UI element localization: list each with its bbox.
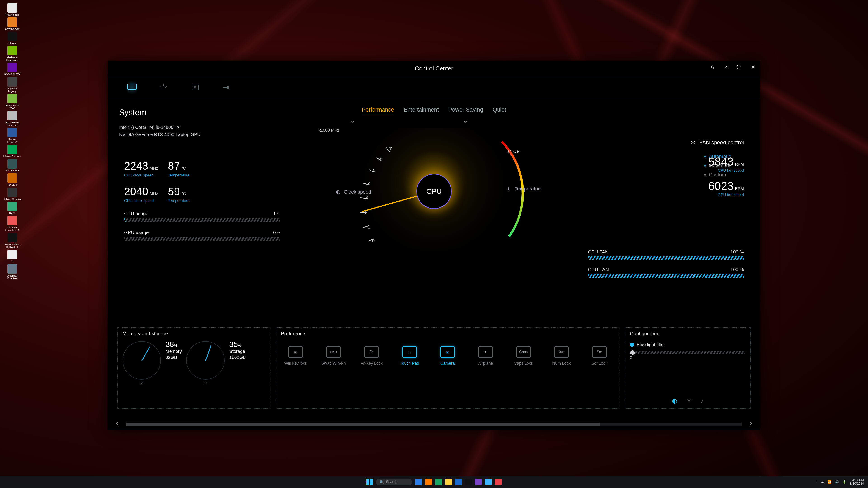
preference-panel: Preference ⊞Win key lockFn⇄Swap Win-FnFn… <box>276 327 619 409</box>
control-center-window: Control Center ⎙ ⤢ ⛶ ✕ F System Intel(R)… <box>108 61 760 430</box>
taskbar-app[interactable] <box>475 479 482 485</box>
pref-scr-lock[interactable]: ScrScr Lock <box>585 346 614 366</box>
taskbar-search[interactable]: 🔍Search <box>376 479 412 485</box>
nav-peripherals-icon[interactable] <box>219 81 235 94</box>
desktop-icon[interactable]: Senua's Saga: Hellblade II <box>3 233 21 249</box>
gpu-usage-row: GPU usage0% <box>124 230 280 240</box>
desktop-icon[interactable]: Far Cry 6 <box>3 173 21 186</box>
wifi-icon[interactable]: 📶 <box>828 480 831 484</box>
system-info: System Intel(R) Core(TM) i9-14900HX NVID… <box>119 108 200 138</box>
gauge-center-label: CPU <box>416 174 452 209</box>
export-icon[interactable]: ⎙ <box>707 62 717 72</box>
pref-airplane[interactable]: ✈Airplane <box>471 346 500 366</box>
mode-tab-performance[interactable]: Performance <box>362 106 394 114</box>
pref-num-lock[interactable]: NumNum Lock <box>547 346 576 366</box>
mode-tab-quiet[interactable]: Quiet <box>493 106 506 114</box>
cloud-icon[interactable]: ☁ <box>821 480 824 484</box>
pref-camera[interactable]: ◉Camera <box>433 346 462 366</box>
scroll-right-arrow[interactable]: › <box>749 419 752 428</box>
taskbar-app[interactable] <box>455 479 462 485</box>
start-button[interactable] <box>366 479 373 485</box>
taskbar-app[interactable] <box>495 479 502 485</box>
cpu-name: Intel(R) Core(TM) i9-14900HX <box>119 124 200 131</box>
fan-usage: CPU FAN100 % GPU FAN100 % <box>588 249 744 278</box>
desktop-icon[interactable]: Steam <box>3 32 21 44</box>
desktop-icon[interactable]: Titanfall™ 2 <box>3 159 21 172</box>
storage-dial: 100 <box>186 341 225 380</box>
search-icon: 🔍 <box>379 480 384 484</box>
desktop-icon[interactable]: Hogwarts Legacy <box>3 77 21 93</box>
nav-lighting-icon[interactable] <box>156 81 172 94</box>
taskbar-app[interactable] <box>415 479 422 485</box>
scroll-left-arrow[interactable]: ‹ <box>116 419 119 428</box>
system-heading: System <box>119 108 200 117</box>
memory-storage-panel: Memory and storage 100 38% Memory 32GB 1… <box>117 327 270 409</box>
chevron-down-icon[interactable]: ︾ <box>350 120 355 126</box>
pref-touch-pad[interactable]: ▭Touch Pad <box>395 346 424 366</box>
desktop-icon[interactable]: Cities: Skylines <box>3 188 21 200</box>
desktop-icon[interactable]: Ubisoft Connect <box>3 145 21 158</box>
cpu-gauge: CPU 0 1 2 3 4 5 6 7 x1000 MHz ◐Clock spe… <box>319 128 549 273</box>
blue-light-radio[interactable] <box>630 343 634 347</box>
mode-tab-entertainment[interactable]: Entertainment <box>404 106 439 114</box>
nav-tabs: F <box>108 76 760 99</box>
fan-panel: ✲FAN speed control «Automatic«Maximum«Cu… <box>688 139 744 179</box>
pref-fn-key-lock[interactable]: FnFn-key Lock <box>357 346 386 366</box>
power-mode-tabs: PerformanceEntertainmentPower SavingQuie… <box>362 106 506 114</box>
svg-rect-0 <box>128 84 136 90</box>
nav-keyboard-icon[interactable]: F <box>187 81 203 94</box>
chevron-up-icon[interactable]: ˄ <box>815 480 817 484</box>
desktop-icon[interactable]: Rocket League® <box>3 128 21 143</box>
gpu-name: NVIDIA GeForce RTX 4090 Laptop GPU <box>119 131 200 138</box>
taskbar-clock[interactable]: 4:32 PM9/10/2024 <box>850 479 864 485</box>
pref-swap-win-fn[interactable]: Fn⇄Swap Win-Fn <box>319 346 348 366</box>
configuration-panel: Configuration Blue light filter 0 ◐ ☀ ♪ <box>625 327 751 409</box>
desktop-icon[interactable]: Creative App <box>3 18 21 30</box>
window-title: Control Center <box>415 65 453 72</box>
audio-mode-icon[interactable]: ♪ <box>701 397 704 404</box>
cpu-usage-row: CPU usage1% <box>124 211 280 222</box>
desktop-icon[interactable]: Recycle Bin <box>3 3 21 16</box>
maximize-icon[interactable]: ⛶ <box>735 62 744 72</box>
clock-temp-stats: 2243MHz CPU clock speed 87°C Temperature… <box>124 160 280 240</box>
taskbar-app[interactable] <box>435 479 442 485</box>
battery-icon[interactable]: 🔋 <box>842 480 846 484</box>
system-tray[interactable]: ˄ ☁ 📶 🔊 🔋 4:32 PM9/10/2024 <box>815 479 864 485</box>
chevron-down-icon[interactable]: ︾ <box>463 120 468 126</box>
desktop-icons: Recycle BinCreative AppSteamGeForce Expe… <box>3 3 21 280</box>
mode-tab-power-saving[interactable]: Power Saving <box>448 106 483 114</box>
close-icon[interactable]: ✕ <box>748 62 758 72</box>
svg-text:F: F <box>194 86 196 89</box>
desktop-icon[interactable]: EA™ <box>3 202 21 215</box>
desktop-icon[interactable]: Dreamfall Chapters <box>3 264 21 280</box>
pref-caps-lock[interactable]: CapsCaps Lock <box>509 346 538 366</box>
desktop-icon[interactable]: Paradox Launcher v2 <box>3 216 21 232</box>
gauge-icon: ◐ <box>336 189 340 195</box>
desktop-icon[interactable]: GeForce Experience <box>3 46 21 61</box>
taskbar-app[interactable] <box>445 479 452 485</box>
horizontal-scrollbar[interactable] <box>126 423 742 426</box>
memory-dial: 100 <box>123 341 161 380</box>
taskbar-app[interactable] <box>485 479 492 485</box>
restore-icon[interactable]: ⤢ <box>721 62 731 72</box>
titlebar: Control Center ⎙ ⤢ ⛶ ✕ <box>108 61 760 76</box>
desktop-icon[interactable]: GOG GALAXY <box>3 63 21 76</box>
blue-light-slider[interactable]: 0 <box>630 351 745 360</box>
pref-win-key-lock[interactable]: ⊞Win key lock <box>281 346 310 366</box>
blue-light-mode-icon[interactable]: ◐ <box>672 397 677 404</box>
taskbar-app[interactable] <box>425 479 432 485</box>
thermometer-icon: 🌡 <box>506 186 511 192</box>
fan-icon: ✲ <box>691 139 695 146</box>
desktop-icon[interactable]: Battlefield™ 2042 <box>3 94 21 109</box>
desktop-icon[interactable]: JJ <box>3 250 21 263</box>
volume-icon[interactable]: 🔊 <box>835 480 839 484</box>
taskbar-app[interactable] <box>465 479 472 485</box>
brightness-mode-icon[interactable]: ☀ <box>686 397 691 404</box>
nav-system-icon[interactable] <box>124 81 140 94</box>
taskbar: 🔍Search ˄ ☁ 📶 🔊 🔋 4:32 PM9/10/2024 <box>0 476 868 488</box>
desktop-icon[interactable]: Epic Games Launcher <box>3 111 21 127</box>
temp-marker: 87 °C ▸ <box>506 149 520 154</box>
